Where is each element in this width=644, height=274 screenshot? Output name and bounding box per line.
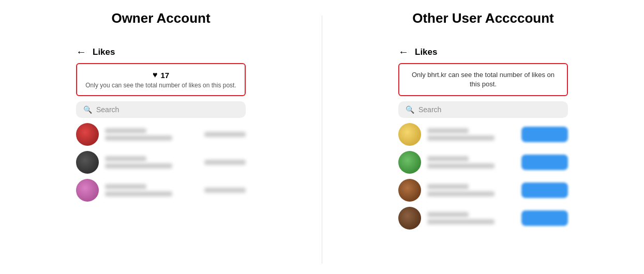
right-highlighted-text: Only bhrt.kr can see the total number of…	[408, 70, 559, 89]
blur-fullname	[105, 191, 172, 196]
blur-action	[204, 160, 246, 165]
right-search-bar[interactable]: 🔍 Search	[398, 101, 568, 118]
heart-icon: ♥	[153, 70, 158, 80]
follow-button[interactable]	[521, 210, 568, 226]
right-panel: Other User Accccount ← Likes Only bhrt.k…	[322, 0, 644, 230]
blur-fullname	[427, 163, 495, 169]
blur-username	[427, 212, 469, 217]
user-info	[427, 184, 515, 196]
left-likes-subtext: Only you can see the total number of lik…	[85, 82, 236, 89]
table-row	[398, 123, 568, 146]
table-row	[398, 179, 568, 202]
left-highlighted-box: ♥ 17 Only you can see the total number o…	[76, 63, 246, 96]
user-info	[427, 128, 515, 141]
user-info	[427, 156, 515, 169]
left-count-number: 17	[160, 71, 169, 80]
user-info	[105, 128, 198, 141]
blur-username	[427, 128, 469, 133]
left-header: ← Likes	[68, 39, 254, 63]
blur-fullname	[105, 135, 172, 141]
user-info	[105, 184, 198, 196]
right-likes-title: Likes	[415, 47, 437, 57]
blur-fullname	[427, 135, 495, 141]
left-panel: Owner Account ← Likes ♥ 17 Only you can …	[0, 0, 322, 202]
blur-username	[105, 128, 146, 133]
user-info	[427, 212, 515, 224]
blur-action	[204, 132, 246, 137]
follow-button[interactable]	[521, 127, 568, 142]
avatar	[76, 123, 99, 146]
right-search-placeholder: Search	[418, 105, 441, 114]
user-info	[105, 156, 198, 169]
left-user-list	[68, 123, 254, 202]
right-back-arrow[interactable]: ←	[398, 46, 409, 58]
left-likes-count: ♥ 17	[85, 70, 236, 80]
left-phone-frame: ← Likes ♥ 17 Only you can see the total …	[68, 39, 254, 202]
blur-username	[427, 156, 469, 161]
avatar	[398, 179, 421, 202]
table-row	[76, 123, 246, 146]
right-search-icon: 🔍	[406, 105, 414, 114]
avatar	[76, 179, 99, 202]
blur-action	[204, 188, 246, 193]
left-likes-title: Likes	[93, 47, 115, 57]
left-search-bar[interactable]: 🔍 Search	[76, 101, 246, 118]
left-panel-title: Owner Account	[111, 10, 210, 26]
avatar	[76, 151, 99, 174]
follow-button[interactable]	[521, 182, 568, 198]
right-panel-title: Other User Accccount	[412, 10, 554, 26]
avatar	[398, 123, 421, 146]
blur-fullname	[427, 191, 495, 196]
right-phone-frame: ← Likes Only bhrt.kr can see the total n…	[390, 39, 576, 230]
table-row	[398, 151, 568, 174]
right-highlighted-box: Only bhrt.kr can see the total number of…	[398, 63, 568, 96]
left-search-placeholder: Search	[96, 105, 119, 114]
right-user-list	[390, 123, 576, 230]
blur-username	[427, 184, 469, 189]
blur-username	[105, 156, 146, 161]
left-search-icon: 🔍	[83, 105, 92, 114]
table-row	[76, 179, 246, 202]
avatar	[398, 207, 421, 230]
table-row	[398, 207, 568, 230]
blur-fullname	[105, 163, 172, 169]
right-header: ← Likes	[390, 39, 576, 63]
table-row	[76, 151, 246, 174]
follow-button[interactable]	[521, 155, 568, 170]
avatar	[398, 151, 421, 174]
left-back-arrow[interactable]: ←	[76, 46, 86, 58]
blur-username	[105, 184, 146, 189]
blur-fullname	[427, 219, 495, 224]
